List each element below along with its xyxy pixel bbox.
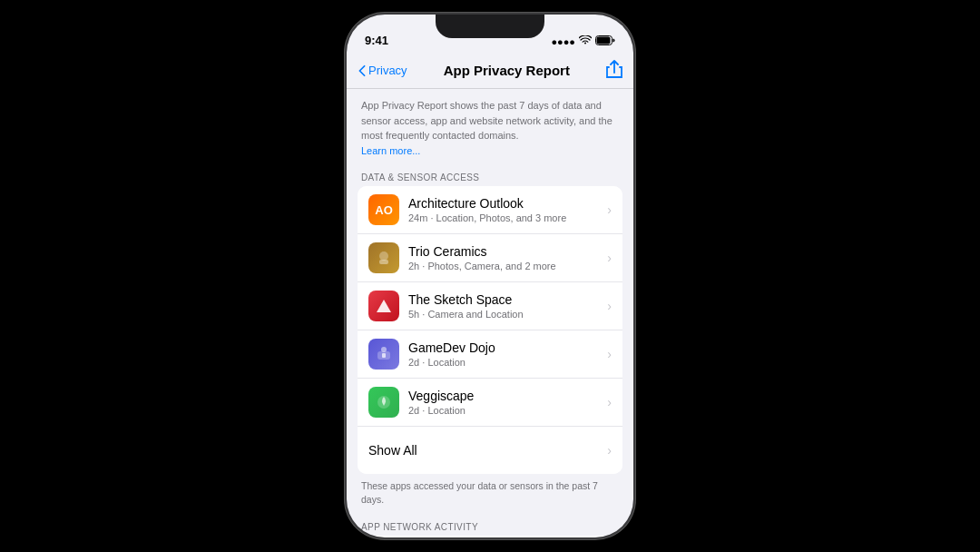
app-icon-gamedev <box>368 339 399 370</box>
data-sensor-section-header: DATA & SENSOR ACCESS <box>347 165 633 186</box>
app-icon-veggi <box>368 387 399 418</box>
status-icons: ●●●● <box>551 35 615 47</box>
app-detail: 2h · Photos, Camera, and 2 more <box>408 260 603 272</box>
chevron-icon: › <box>607 299 612 313</box>
back-button[interactable]: Privacy <box>358 64 407 77</box>
list-item[interactable]: AO Architecture Outlook 24m · Location, … <box>358 186 622 234</box>
list-item[interactable]: GameDev Dojo 2d · Location › <box>358 330 622 379</box>
list-item[interactable]: Veggiscape 2d · Location › <box>358 379 622 427</box>
learn-more-link[interactable]: Learn more... <box>361 145 420 156</box>
notch <box>436 15 544 38</box>
chevron-icon: › <box>607 347 612 361</box>
app-detail: 24m · Location, Photos, and 3 more <box>408 212 603 224</box>
show-all-label: Show All <box>368 443 417 458</box>
sensor-footer-note: These apps accessed your data or sensors… <box>347 474 633 515</box>
content-scroll[interactable]: App Privacy Report shows the past 7 days… <box>347 89 633 539</box>
app-info-gamedev: GameDev Dojo 2d · Location <box>408 340 603 369</box>
svg-rect-1 <box>597 37 611 44</box>
app-name: Veggiscape <box>408 388 603 404</box>
app-info-veggi: Veggiscape 2d · Location <box>408 388 603 417</box>
battery-icon <box>595 35 615 47</box>
chevron-icon: › <box>607 202 612 217</box>
signal-icon: ●●●● <box>551 36 575 47</box>
app-info-sketch: The Sketch Space 5h · Camera and Locatio… <box>408 291 603 320</box>
app-detail: 2d · Location <box>408 356 603 369</box>
app-name: Trio Ceramics <box>408 243 603 260</box>
back-label: Privacy <box>368 64 407 77</box>
description-block: App Privacy Report shows the past 7 days… <box>347 89 633 165</box>
network-section-header: APP NETWORK ACTIVITY <box>347 515 633 536</box>
app-icon-sketch <box>368 291 399 321</box>
chevron-icon: › <box>607 443 612 458</box>
svg-point-5 <box>381 347 387 352</box>
show-all-button[interactable]: Show All › <box>358 427 622 474</box>
sketch-triangle-icon <box>377 300 391 312</box>
svg-rect-3 <box>379 260 388 264</box>
status-time: 9:41 <box>365 34 388 47</box>
app-detail: 5h · Camera and Location <box>408 308 603 320</box>
app-name: Architecture Outlook <box>408 195 603 212</box>
list-item[interactable]: The Sketch Space 5h · Camera and Locatio… <box>358 282 622 330</box>
app-name: GameDev Dojo <box>408 340 603 356</box>
svg-point-2 <box>379 251 388 261</box>
list-item[interactable]: Trio Ceramics 2h · Photos, Camera, and 2… <box>358 234 622 282</box>
wifi-icon <box>579 35 592 47</box>
app-info-trio: Trio Ceramics 2h · Photos, Camera, and 2… <box>408 243 603 272</box>
nav-bar: Privacy App Privacy Report <box>347 53 633 89</box>
share-button[interactable] <box>606 60 622 82</box>
phone-frame: 9:41 ●●●● <box>345 13 635 539</box>
app-icon-architecture: AO <box>368 194 399 225</box>
chevron-icon: › <box>607 395 612 409</box>
svg-rect-6 <box>382 353 386 358</box>
network-activity-list: NM New District Museum 46 › <box>358 536 622 539</box>
app-detail: 2d · Location <box>408 404 603 417</box>
page-title: App Privacy Report <box>444 63 570 78</box>
app-icon-trio <box>368 242 399 273</box>
data-sensor-list: AO Architecture Outlook 24m · Location, … <box>358 186 622 474</box>
app-name: The Sketch Space <box>408 291 603 308</box>
list-item[interactable]: NM New District Museum 46 › <box>358 536 622 539</box>
chevron-icon: › <box>607 251 612 265</box>
app-info-architecture: Architecture Outlook 24m · Location, Pho… <box>408 195 603 224</box>
description-text: App Privacy Report shows the past 7 days… <box>361 100 612 141</box>
